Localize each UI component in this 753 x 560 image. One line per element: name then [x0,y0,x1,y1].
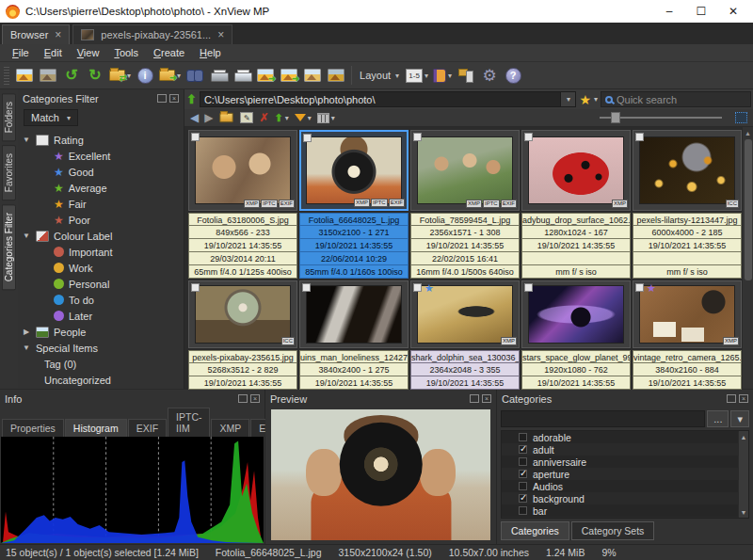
category-row[interactable]: adorable [502,431,748,443]
thumbnail-item[interactable]: XMPIPTCEXIF Fotolia_63180006_S.jpg849x56… [188,130,297,279]
maximize-button[interactable]: ☐ [685,1,717,22]
checkbox-icon[interactable] [519,445,527,454]
panel-close-icon[interactable]: × [169,94,179,103]
category-row[interactable]: bar [502,504,748,517]
view-mode-button[interactable]: ▾ [317,113,335,123]
panel-close-icon[interactable]: × [482,394,491,403]
thumbnail-item-selected[interactable]: XMPIPTCEXIF Fotolia_66648025_L.jpg3150x2… [299,130,409,279]
thumbnail-image-ruins-corridor[interactable] [307,286,401,343]
thumbnail-checkbox[interactable] [302,283,311,292]
folder-tree-button[interactable] [455,64,477,87]
thumbnail-checkbox[interactable] [303,134,312,142]
scrollbar-thumb[interactable] [745,139,752,280]
rotate-right-button[interactable]: ↻ [84,64,106,87]
path-dropdown-icon[interactable]: ▾ [560,92,575,106]
tab-exif[interactable]: EXIF [128,419,167,437]
compare-icon[interactable] [735,112,747,123]
properties-button[interactable]: i [134,64,156,87]
scroll-down-icon[interactable]: ▼ [741,506,747,518]
thumbnail-item[interactable]: ICC pexels-lilartsy-1213447.jpg6000x4000… [633,130,742,279]
tree-node-excellent[interactable]: ★Excellent [54,148,184,164]
tab-category-sets[interactable]: Category Sets [571,521,655,540]
rotate-left-button[interactable]: ↺ [60,64,83,87]
thumbnail-item[interactable]: XMP adybug_drop_surface_1062..1280x1024 … [521,130,631,279]
thumbnail-item[interactable]: XMPIPTCEXIF Fotolia_78599454_L.jpg2356x1… [410,130,520,279]
thumbnail-image-vintage-camera[interactable] [640,286,734,343]
thumbnail-checkbox[interactable] [635,133,644,141]
category-dropdown-button[interactable]: ▾ [730,410,749,427]
sidebar-tab-folders[interactable]: Folders [2,93,16,141]
tree-node-important[interactable]: Important [54,244,184,260]
menu-create[interactable]: Create [147,45,191,60]
thumbnail-checkbox[interactable] [413,283,422,292]
sidebar-tab-categories-filter[interactable]: Categories Filter [2,204,16,290]
category-row[interactable]: aperture [502,468,748,480]
sidebar-tab-favorites[interactable]: Favorites [2,145,16,200]
minimize-button[interactable]: – [653,1,685,22]
thumbnail-image-ladybug[interactable] [529,137,623,203]
new-folder-button[interactable] [218,112,234,123]
favorites-star-icon[interactable]: ★ [579,92,591,107]
thumbnail-checkbox[interactable] [524,133,533,141]
thumbnail-checkbox[interactable] [191,283,200,292]
toolbar-grip[interactable] [4,66,9,85]
copy-to-button[interactable]: ➜ [254,64,277,87]
tab-categories[interactable]: Categories [501,521,569,540]
catalog-button[interactable]: ▾ [431,64,454,87]
wallpaper-button[interactable] [325,64,347,87]
thumbnail-image-glass-sphere[interactable] [196,286,290,343]
tab-properties[interactable]: Properties [2,419,64,437]
thumbnail-item[interactable]: stars_space_glow_planet_99..1920x1080 - … [521,280,631,390]
tree-node-poor[interactable]: ★Poor [54,212,184,228]
thumbnail-checkbox[interactable] [191,133,200,141]
panel-float-icon[interactable] [470,394,479,403]
category-row[interactable]: beautiful [502,517,748,519]
thumbnail-checkbox[interactable] [524,283,533,292]
category-row[interactable]: Audios [502,480,748,492]
menu-help[interactable]: Help [193,45,228,60]
tree-node-people[interactable]: ▶People [22,324,184,340]
category-browse-button[interactable]: ... [707,410,729,427]
menu-view[interactable]: View [71,45,106,60]
category-row[interactable]: anniversaire [502,456,748,468]
tab-image[interactable]: pexels-pixabay-23561... × [72,24,232,44]
tree-node-work[interactable]: Work [54,260,184,276]
tree-node-colour-label[interactable]: ▼Colour Label [22,228,184,244]
thumbnail-item[interactable]: ★ XMP shark_dolphin_sea_130036_..2364x20… [410,280,520,390]
tree-node-average[interactable]: ★Average [54,180,184,196]
scroll-up-icon[interactable]: ▲ [745,127,751,138]
panel-float-icon[interactable] [727,394,736,403]
settings-button[interactable]: ⚙ [478,64,501,87]
edit-button[interactable]: ✎ [240,112,253,123]
thumbnail-image-group-selfie[interactable] [418,137,512,203]
checkbox-icon[interactable] [519,470,527,478]
checkbox-icon[interactable] [519,457,527,466]
quick-search-input[interactable] [617,94,750,105]
browser-view-button[interactable] [13,64,36,87]
layout-button[interactable]: Layout▾ [356,64,403,87]
thumbnail-image-shark-sea[interactable] [418,286,512,343]
panel-float-icon[interactable] [238,394,248,403]
close-button[interactable]: ✕ [717,1,749,22]
tab-browser[interactable]: Browser × [2,24,70,44]
convert-button[interactable]: ⇄▾ [107,64,133,87]
panel-close-icon[interactable]: × [250,394,260,403]
help-button[interactable]: ? [502,64,524,87]
thumbnail-image-bokeh-lights[interactable] [640,137,734,203]
capture-button[interactable] [301,64,324,87]
thumbnail-image-camera-lens-woman[interactable] [307,137,401,203]
tree-node-rating[interactable]: ▼Rating [22,132,184,148]
checkbox-icon[interactable] [519,494,527,503]
menu-file[interactable]: File [6,45,36,60]
print-button[interactable] [207,64,230,87]
thumbnail-checkbox[interactable] [635,283,644,292]
move-to-button[interactable]: ➜ [278,64,300,87]
tab-iptc-iim[interactable]: IPTC-IIM [168,408,210,437]
category-filter-input[interactable] [501,410,705,427]
thumbnail-checkbox[interactable] [413,133,422,141]
tab-xmp[interactable]: XMP [211,419,249,437]
folder-up-icon[interactable]: ⬆ [186,92,197,106]
thumbnail-zoom-slider[interactable] [600,117,722,119]
menu-edit[interactable]: Edit [38,45,69,60]
thumbnail-image-space-planet[interactable] [529,286,623,343]
